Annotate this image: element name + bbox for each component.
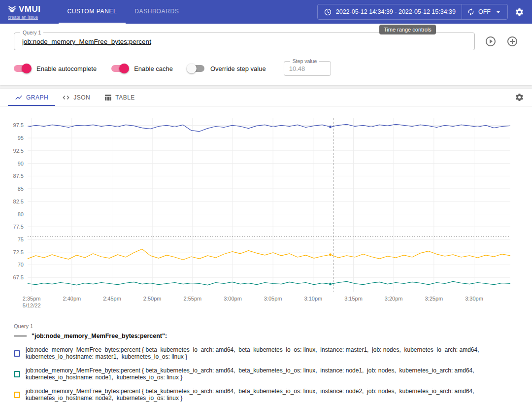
query-input-label: Query 1 bbox=[20, 30, 43, 35]
svg-text:80: 80 bbox=[18, 211, 24, 217]
svg-text:87.5: 87.5 bbox=[13, 173, 24, 179]
execute-query-button[interactable] bbox=[485, 35, 497, 47]
autocomplete-label: Enable autocomplete bbox=[36, 65, 97, 72]
svg-text:2:40pm: 2:40pm bbox=[63, 296, 81, 302]
autocomplete-toggle[interactable]: Enable autocomplete bbox=[14, 65, 97, 72]
svg-text:70: 70 bbox=[18, 262, 24, 268]
legend-series-label: job:node_memory_MemFree_bytes:percent { … bbox=[26, 367, 518, 381]
view-tabbar: GRAPH JSON TABLE bbox=[0, 89, 532, 106]
svg-text:67.5: 67.5 bbox=[13, 274, 24, 280]
tab-custom-panel[interactable]: CUSTOM PANEL bbox=[59, 0, 126, 24]
tab-json-label: JSON bbox=[73, 94, 90, 101]
table-icon bbox=[104, 94, 112, 101]
tab-graph-label: GRAPH bbox=[26, 94, 48, 101]
svg-text:3:20pm: 3:20pm bbox=[385, 296, 403, 302]
svg-text:5/12/22: 5/12/22 bbox=[23, 302, 41, 308]
code-icon bbox=[62, 94, 70, 101]
svg-text:3:00pm: 3:00pm bbox=[224, 296, 242, 302]
vm-logo-icon bbox=[8, 5, 16, 13]
legend-series-checkbox[interactable] bbox=[14, 371, 20, 377]
override-step-switch[interactable] bbox=[188, 65, 204, 72]
tab-graph[interactable]: GRAPH bbox=[8, 89, 55, 106]
step-value-field[interactable]: Step value bbox=[284, 61, 331, 76]
override-step-toggle[interactable]: Override step value bbox=[188, 65, 266, 72]
time-range-control[interactable]: 2022-05-12 14:34:39 - 2022-05-12 15:34:3… bbox=[318, 8, 462, 16]
legend-item[interactable]: job:node_memory_MemFree_bytes:percent { … bbox=[14, 367, 518, 381]
svg-text:2:50pm: 2:50pm bbox=[143, 296, 162, 302]
legend-items: job:node_memory_MemFree_bytes:percent { … bbox=[14, 346, 518, 402]
autocomplete-switch[interactable] bbox=[14, 65, 31, 72]
svg-text:3:10pm: 3:10pm bbox=[304, 296, 322, 302]
svg-text:2:45pm: 2:45pm bbox=[103, 296, 121, 302]
legend-series-label: job:node_memory_MemFree_bytes:percent { … bbox=[26, 388, 518, 402]
svg-text:3:30pm: 3:30pm bbox=[465, 296, 483, 302]
legend-item[interactable]: job:node_memory_MemFree_bytes:percent { … bbox=[14, 388, 518, 402]
app-title: VMUI bbox=[19, 4, 41, 14]
tab-table-label: TABLE bbox=[115, 94, 135, 101]
cache-switch[interactable] bbox=[111, 65, 128, 72]
legend-line-sample bbox=[14, 336, 27, 336]
header-controls: 2022-05-12 14:34:39 - 2022-05-12 15:34:3… bbox=[317, 0, 524, 24]
autorefresh-icon bbox=[467, 8, 475, 16]
legend-series-checkbox[interactable] bbox=[14, 350, 20, 357]
tab-table[interactable]: TABLE bbox=[97, 89, 142, 106]
logo-block: VMUI create an issue bbox=[8, 0, 41, 24]
svg-text:77.5: 77.5 bbox=[13, 224, 24, 230]
tab-json[interactable]: JSON bbox=[55, 89, 97, 106]
svg-text:3:15pm: 3:15pm bbox=[344, 296, 363, 302]
cache-label: Enable cache bbox=[134, 65, 173, 72]
add-query-button[interactable] bbox=[506, 35, 518, 47]
svg-text:95: 95 bbox=[18, 135, 24, 141]
autorefresh-control[interactable]: OFF bbox=[462, 8, 507, 16]
svg-text:2:55pm: 2:55pm bbox=[183, 296, 201, 302]
query-panel: Query 1 job:node_memory_MemFree_bytes:pe… bbox=[0, 24, 532, 85]
legend-series-checkbox[interactable] bbox=[14, 392, 20, 398]
time-range-tooltip: Time range controls bbox=[379, 25, 436, 34]
svg-text:97.5: 97.5 bbox=[13, 122, 24, 128]
clock-icon bbox=[324, 8, 332, 16]
chevron-down-icon bbox=[494, 8, 502, 16]
time-range-value: 2022-05-12 14:34:39 - 2022-05-12 15:34:3… bbox=[336, 8, 456, 15]
svg-text:82.5: 82.5 bbox=[13, 199, 24, 204]
graph-settings-gear-icon[interactable] bbox=[515, 93, 524, 102]
legend-item[interactable]: job:node_memory_MemFree_bytes:percent { … bbox=[14, 346, 518, 360]
chart-area[interactable]: 67.57072.57577.58082.58587.59092.59597.5… bbox=[0, 106, 532, 316]
legend-query-label: Query 1 bbox=[14, 323, 518, 329]
create-issue-link[interactable]: create an issue bbox=[8, 15, 41, 20]
svg-text:3:05pm: 3:05pm bbox=[264, 296, 282, 302]
legend-series-label: job:node_memory_MemFree_bytes:percent { … bbox=[26, 346, 518, 360]
step-value-label: Step value bbox=[290, 58, 320, 64]
svg-text:72.5: 72.5 bbox=[13, 249, 24, 255]
svg-text:3:25pm: 3:25pm bbox=[425, 296, 443, 302]
autorefresh-value: OFF bbox=[478, 8, 491, 15]
svg-text:92.5: 92.5 bbox=[13, 148, 24, 154]
tab-dashboards[interactable]: DASHBOARDS bbox=[126, 0, 188, 24]
svg-text:90: 90 bbox=[18, 161, 24, 167]
global-settings-gear-icon[interactable] bbox=[515, 7, 524, 17]
header-nav: CUSTOM PANEL DASHBOARDS bbox=[59, 0, 188, 24]
app-header: VMUI create an issue CUSTOM PANEL DASHBO… bbox=[0, 0, 532, 24]
query-input[interactable]: Query 1 job:node_memory_MemFree_bytes:pe… bbox=[14, 33, 475, 50]
legend-group-title: "job:node_memory_MemFree_bytes:percent": bbox=[32, 333, 167, 339]
graph-icon bbox=[15, 94, 23, 101]
svg-text:2:35pm: 2:35pm bbox=[23, 296, 41, 302]
override-step-label: Override step value bbox=[210, 65, 266, 72]
cache-toggle[interactable]: Enable cache bbox=[111, 65, 173, 72]
line-chart[interactable]: 67.57072.57577.58082.58587.59092.59597.5… bbox=[6, 111, 526, 314]
chart-legend: Query 1 "job:node_memory_MemFree_bytes:p… bbox=[0, 323, 532, 402]
query-input-value[interactable]: job:node_memory_MemFree_bytes:percent bbox=[22, 38, 151, 45]
svg-text:75: 75 bbox=[18, 236, 24, 242]
svg-text:85: 85 bbox=[18, 186, 24, 192]
graph-panel: GRAPH JSON TABLE 67.57072.57577.58082.58… bbox=[0, 89, 532, 403]
